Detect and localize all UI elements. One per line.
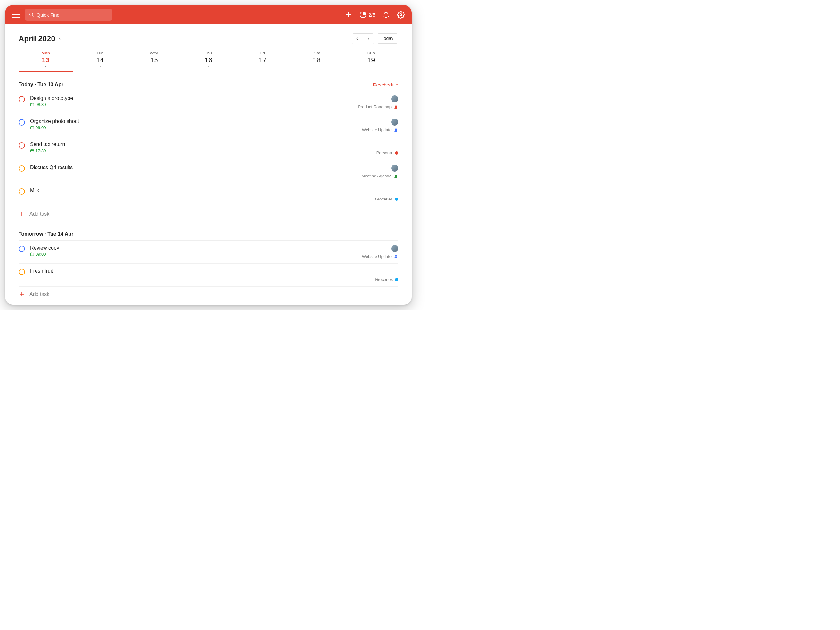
task-title: Review copy [30,245,362,251]
prev-week-button[interactable] [352,34,363,44]
day-wed[interactable]: Wed15 [127,47,181,72]
day-thu[interactable]: Thu16 [181,47,235,72]
week-nav [352,33,374,44]
svg-point-0 [30,13,33,16]
svg-rect-23 [31,253,34,256]
task-project[interactable]: Meeting Agenda [362,174,398,178]
day-mon[interactable]: Mon13 [19,47,73,72]
bell-icon [382,11,390,19]
plus-icon [19,291,25,298]
project-name: Website Update [362,254,392,259]
day-of-week: Mon [19,51,73,55]
task-row[interactable]: Send tax return 17:30 Personal [19,137,398,160]
task-project[interactable]: Groceries [375,277,398,282]
svg-rect-6 [31,103,34,106]
project-name: Website Update [362,127,392,132]
task-row[interactable]: Discuss Q4 results Meeting Agenda [19,160,398,183]
day-number: 13 [19,56,73,64]
task-checkbox[interactable] [19,119,25,125]
task-project[interactable]: Groceries [375,197,398,201]
task-row[interactable]: Fresh fruit Groceries [19,264,398,287]
task-checkbox[interactable] [19,96,25,103]
task-title: Send tax return [30,142,376,147]
svg-point-27 [395,255,397,256]
task-time: 08:30 [30,102,358,107]
svg-point-15 [395,128,397,130]
assignee-avatar [391,119,398,125]
task-checkbox[interactable] [19,142,25,149]
project-name: Personal [376,150,393,155]
month-picker[interactable]: April 2020 [19,34,62,43]
section-title: Today · Tue 13 Apr [19,82,63,87]
project-color-dot [395,198,398,201]
project-name: Groceries [375,197,393,201]
task-checkbox[interactable] [19,246,25,252]
day-of-week: Thu [181,51,235,55]
project-name: Groceries [375,277,393,282]
productivity-icon [360,11,366,18]
plus-icon [19,211,25,217]
day-sun[interactable]: Sun19 [344,47,398,72]
has-tasks-dot [45,66,46,66]
day-number: 16 [181,56,235,64]
svg-line-1 [32,16,33,17]
svg-point-5 [400,14,402,16]
search-icon [29,12,34,17]
search-input[interactable] [36,12,108,17]
task-time: 09:00 [30,252,362,256]
task-row[interactable]: Organize photo shoot 09:00 Website Updat… [19,114,398,137]
add-task-button[interactable]: Add task [19,206,398,222]
person-icon [394,105,398,109]
assignee-avatar [391,95,398,103]
day-of-week: Sun [344,51,398,55]
person-icon [394,174,398,178]
day-number: 14 [73,56,127,64]
task-title: Organize photo shoot [30,119,362,124]
day-of-week: Sat [290,51,344,55]
productivity-button[interactable]: 2/5 [360,11,375,18]
day-fri[interactable]: Fri17 [235,47,290,72]
task-checkbox[interactable] [19,269,25,275]
calendar-icon [30,103,34,107]
task-row[interactable]: Milk Groceries [19,183,398,206]
day-tue[interactable]: Tue14 [73,47,127,72]
day-sat[interactable]: Sat18 [290,47,344,72]
task-project[interactable]: Personal [376,150,398,155]
chevron-left-icon [355,36,360,41]
task-row[interactable]: Review copy 09:00 Website Update [19,241,398,264]
top-bar: 2/5 [5,5,412,24]
project-name: Product Roadmap [358,104,392,109]
search-field[interactable] [25,9,112,21]
task-project[interactable]: Website Update [362,254,398,259]
task-title: Discuss Q4 results [30,165,362,170]
reschedule-button[interactable]: Reschedule [373,82,398,87]
productivity-count: 2/5 [368,12,375,17]
task-project[interactable]: Product Roadmap [358,104,398,109]
task-title: Fresh fruit [30,268,375,274]
person-icon [394,254,398,259]
svg-point-10 [395,105,397,107]
add-task-button[interactable]: Add task [19,287,398,302]
assignee-avatar [391,245,398,252]
task-row[interactable]: Design a prototype 08:30 Product Roadmap [19,91,398,114]
settings-button[interactable] [397,11,405,19]
day-number: 17 [235,56,290,64]
task-project[interactable]: Website Update [362,127,398,132]
add-button[interactable] [345,11,352,19]
menu-icon[interactable] [12,12,20,17]
calendar-icon [30,125,34,130]
next-week-button[interactable] [363,34,374,44]
add-task-label: Add task [30,291,49,297]
person-icon [394,128,398,132]
chevron-down-icon [58,36,62,41]
task-checkbox[interactable] [19,188,25,195]
task-title: Milk [30,188,375,193]
content-area: April 2020 Today Mon13Tue14Wed15Thu16Fri… [5,24,412,305]
day-of-week: Fri [235,51,290,55]
assignee-avatar [391,165,398,172]
gear-icon [397,11,405,19]
task-checkbox[interactable] [19,165,25,172]
app-frame: 2/5 April 2020 Today Mon13Tue14Wed15Thu1… [5,5,412,305]
notifications-button[interactable] [382,11,390,19]
today-button[interactable]: Today [377,33,398,44]
